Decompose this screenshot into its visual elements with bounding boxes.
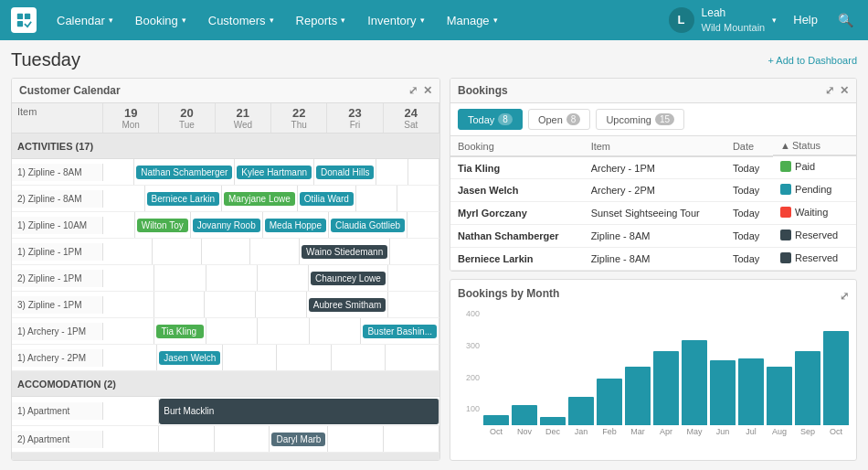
booking-nathan[interactable]: Nathan Schamberger — [136, 166, 232, 179]
nav-reports[interactable]: Reports ▾ — [287, 8, 355, 33]
booking-wilton[interactable]: Wilton Toy — [137, 219, 188, 232]
help-link[interactable]: Help — [786, 9, 825, 30]
nav-inventory[interactable]: Inventory ▾ — [358, 8, 433, 33]
cal-cell — [384, 426, 439, 452]
svg-rect-2 — [17, 21, 23, 27]
table-row[interactable]: Berniece Larkin Zipline - 8AM Today Rese… — [450, 248, 856, 271]
chart-bar[interactable] — [738, 358, 764, 425]
booking-chauncey[interactable]: Chauncey Lowe — [311, 272, 386, 285]
chart-bar[interactable] — [823, 331, 849, 425]
sort-icon[interactable]: ▲ — [780, 140, 790, 151]
tab-open[interactable]: Open 8 — [528, 109, 590, 130]
chart-bar[interactable] — [710, 360, 736, 426]
booking-donald[interactable]: Donald Hills — [316, 166, 374, 179]
day-tue: Tue — [163, 120, 210, 130]
cal-cell[interactable]: Claudia Gottlieb — [329, 212, 408, 238]
cal-cell[interactable]: Nathan Schamberger — [134, 159, 235, 185]
booking-maryjane[interactable]: Maryjane Lowe — [224, 192, 295, 206]
topnav: Calendar ▾ Booking ▾ Customers ▾ Reports… — [0, 0, 868, 40]
chart-bar[interactable] — [540, 417, 566, 425]
search-icon[interactable]: 🔍 — [834, 9, 857, 31]
booking-kylee[interactable]: Kylee Hartmann — [237, 166, 312, 179]
booking-meda[interactable]: Meda Hoppe — [265, 219, 326, 232]
cal-cell[interactable]: Berniece Larkin — [145, 186, 222, 211]
chart-bar[interactable] — [653, 351, 679, 425]
expand-icon[interactable]: ⤢ — [408, 84, 418, 97]
booking-jovanny[interactable]: Jovanny Roob — [193, 219, 260, 232]
zipline-10am-row: 1) Zipline - 10AM Wilton Toy Jovanny Roo… — [12, 212, 439, 239]
col-date: Date — [725, 136, 773, 156]
user-caret-icon: ▾ — [772, 16, 777, 25]
row-label: 2) Zipline - 8AM — [12, 190, 103, 208]
booking-daryl[interactable]: Daryl Marb — [271, 433, 325, 446]
chart-bar[interactable] — [512, 405, 537, 425]
table-row[interactable]: Tia Kling Archery - 1PM Today Paid — [450, 156, 856, 179]
user-menu[interactable]: L Leah Wild Mountain ▾ — [669, 6, 778, 34]
table-header-row: Booking Item Date ▲ Status — [450, 136, 856, 156]
booking-aubree[interactable]: Aubree Smitham — [309, 298, 386, 312]
chart-bar[interactable] — [625, 367, 651, 425]
close-icon[interactable]: ✕ — [423, 84, 432, 97]
nav-booking[interactable]: Booking ▾ — [126, 8, 196, 33]
booking-buster[interactable]: Buster Bashin... — [363, 325, 437, 338]
booking-berniece[interactable]: Berniece Larkin — [147, 192, 219, 206]
bar-group: Dec — [540, 309, 566, 436]
table-row[interactable]: Myrl Gorczany Sunset Sightseeing Tour To… — [450, 202, 856, 225]
close-icon[interactable]: ✕ — [840, 84, 849, 97]
status-dot-waiting — [780, 207, 791, 218]
chart-bar[interactable] — [795, 351, 820, 425]
expand-chart-icon[interactable]: ⤢ — [840, 290, 849, 303]
tab-upcoming[interactable]: Upcoming 15 — [596, 109, 684, 130]
expand-icon[interactable]: ⤢ — [825, 84, 834, 97]
table-row[interactable]: Nathan Schamberger Zipline - 8AM Today R… — [450, 225, 856, 248]
bookings-table: Booking Item Date ▲ Status Tia Kling Arc… — [450, 136, 856, 271]
svg-rect-0 — [17, 14, 23, 19]
cal-cell[interactable]: Aubree Smitham — [307, 292, 388, 317]
cal-cell[interactable]: Donald Hills — [314, 159, 376, 185]
cal-cell[interactable]: Jasen Welch — [157, 345, 223, 370]
booking-tia[interactable]: Tia Kling — [156, 325, 203, 338]
col-header-24: 24 Sat — [384, 103, 439, 133]
accommodation-label: ACCOMODATION (2) — [12, 376, 439, 392]
chart-area: 400 300 200 100 Oct Nov Dec Jan — [458, 309, 849, 453]
chart-bar[interactable] — [597, 379, 622, 425]
booking-otilia[interactable]: Otilia Ward — [300, 192, 354, 206]
zipline-8am-row-2: 2) Zipline - 8AM Berniece Larkin Maryjan… — [12, 186, 439, 212]
cal-cell[interactable]: Maryjane Lowe — [222, 186, 298, 211]
cal-cell[interactable]: Waino Stiedemann — [300, 239, 390, 264]
cal-cell[interactable]: Chauncey Lowe — [309, 265, 388, 291]
cal-cell — [103, 239, 153, 264]
bookings-tabs: Today 8 Open 8 Upcoming 15 — [450, 103, 856, 136]
chart-bar[interactable] — [767, 367, 792, 425]
chart-bar[interactable] — [483, 415, 509, 425]
nav-inventory-label: Inventory — [367, 14, 416, 27]
cal-cell[interactable]: Jovanny Roob — [191, 212, 263, 238]
cal-cell — [103, 186, 145, 211]
cal-cell[interactable]: Kylee Hartmann — [235, 159, 314, 185]
chart-bar[interactable] — [568, 397, 594, 425]
nav-manage[interactable]: Manage ▾ — [438, 8, 507, 33]
logo[interactable] — [11, 7, 37, 33]
cal-cell[interactable]: Buster Bashin... — [361, 318, 439, 344]
booking-claudia[interactable]: Claudia Gottlieb — [331, 219, 405, 232]
cal-cell[interactable]: Burt Macklin — [159, 399, 439, 424]
cal-cell — [408, 212, 439, 238]
tab-today[interactable]: Today 8 — [458, 109, 523, 130]
col-header-19: 19 Mon — [103, 103, 159, 133]
nav-calendar[interactable]: Calendar ▾ — [48, 8, 122, 33]
booking-waino[interactable]: Waino Stiedemann — [302, 245, 387, 259]
cal-cell[interactable]: Otilia Ward — [298, 186, 356, 211]
booking-burt[interactable]: Burt Macklin — [164, 406, 434, 416]
table-row[interactable]: Jasen Welch Archery - 2PM Today Pending — [450, 179, 856, 202]
cal-cell[interactable]: Wilton Toy — [135, 212, 191, 238]
chart-bar[interactable] — [682, 340, 707, 426]
tab-open-label: Open — [538, 114, 563, 125]
cal-cell[interactable]: Meda Hoppe — [263, 212, 329, 238]
tab-upcoming-label: Upcoming — [606, 114, 651, 125]
booking-jasen[interactable]: Jasen Welch — [159, 351, 220, 365]
cal-cell[interactable]: Tia Kling — [154, 318, 206, 344]
cal-cell[interactable]: Daryl Marb — [270, 426, 328, 452]
day-thu: Thu — [275, 120, 323, 130]
nav-customers[interactable]: Customers ▾ — [199, 8, 283, 33]
add-dashboard-button[interactable]: + Add to Dashboard — [767, 55, 857, 66]
